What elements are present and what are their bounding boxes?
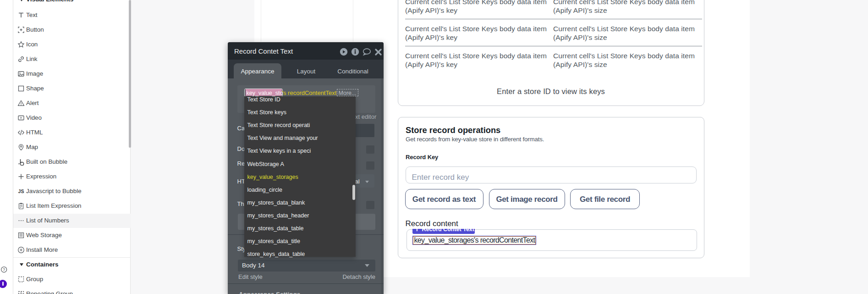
svg-text:JS: JS [18,189,24,194]
svg-text:?: ? [3,267,5,272]
